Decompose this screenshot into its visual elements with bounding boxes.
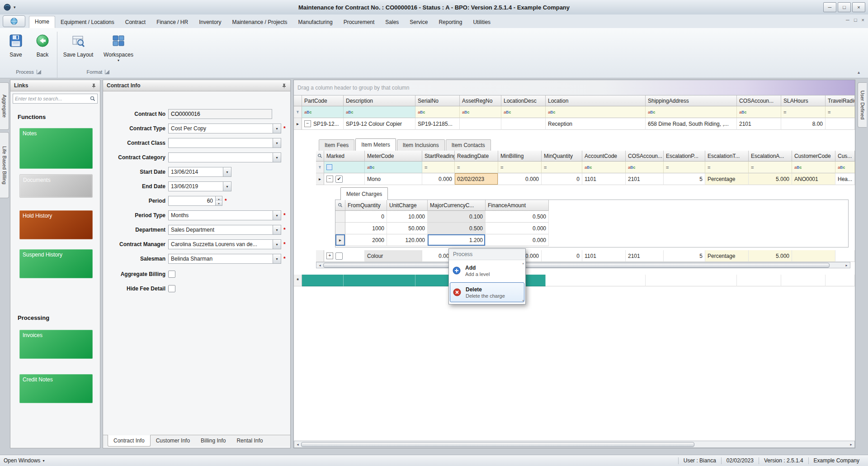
quick-access-caret-icon[interactable]: ▾ [14, 5, 16, 10]
cell-accountcode[interactable]: 1101 [582, 173, 626, 185]
group-by-bar[interactable]: Drag a column header to group by that co… [294, 80, 855, 95]
marked-checkbox[interactable]: ✔ [335, 176, 343, 183]
save-button[interactable]: Save [3, 30, 29, 71]
mdi-close-button[interactable]: × [862, 17, 864, 23]
cell-travelradius[interactable] [826, 275, 855, 286]
cell-marked[interactable]: + [324, 250, 365, 262]
filter-cell-cus[interactable]: aBc [835, 162, 855, 173]
column-header-minbilling[interactable]: MinBilling [498, 151, 542, 162]
contract-category-select[interactable]: ▾ [168, 152, 281, 162]
dropdown-arrow-icon[interactable]: ▾ [273, 138, 281, 147]
cell-partcode[interactable]: −SP19-12... [302, 118, 344, 130]
ribbon-tab-home[interactable]: Home [29, 16, 55, 28]
filter-cell-startreading[interactable]: = [422, 162, 455, 173]
tab-rental-info[interactable]: Rental Info [231, 435, 268, 447]
column-header-minquantity[interactable]: MinQuantity [542, 151, 582, 162]
main-horizontal-scrollbar[interactable]: ◂ ▸ [294, 441, 855, 448]
column-header-travelradius[interactable]: TravelRadiu... [826, 95, 855, 106]
ribbon-tab-sales[interactable]: Sales [380, 17, 404, 28]
documents-button[interactable]: Documents [19, 174, 93, 198]
collapse-row-icon[interactable]: − [326, 176, 333, 182]
notes-button[interactable]: Notes [19, 128, 93, 169]
column-header-cosaccount[interactable]: COSAccoun... [737, 95, 781, 106]
cell-cosaccount[interactable]: 2101 [626, 250, 664, 262]
cell-financeamount[interactable]: 0.000 [486, 223, 549, 234]
column-header-majorcurrency[interactable]: MajorCurrencyC... [428, 200, 486, 211]
cell-slahours[interactable] [781, 275, 826, 286]
cell-locationdesc[interactable] [501, 118, 546, 130]
dropdown-arrow-icon[interactable]: ▾ [223, 182, 231, 191]
filter-cell-partcode[interactable]: aBc [302, 106, 344, 118]
column-header-location[interactable]: Location [546, 95, 646, 106]
column-header-metercode[interactable]: MeterCode [365, 151, 422, 162]
column-header-readingdate[interactable]: ReadingDate [455, 151, 498, 162]
spin-up-icon[interactable]: ▴ [216, 196, 222, 201]
filter-cell-assetregno[interactable]: aBc [460, 106, 501, 118]
cell-shippingaddress[interactable] [646, 275, 737, 286]
cell-escalationa[interactable]: 5.000 [749, 250, 792, 262]
cell-majorcurrency[interactable]: 0.500 [428, 223, 486, 234]
side-tab-life-based-billing[interactable]: Life Based Billing [0, 132, 9, 198]
dropdown-arrow-icon[interactable]: ▾ [273, 211, 281, 220]
mdi-minimize-button[interactable]: ─ [846, 17, 849, 23]
scrollbar-thumb[interactable] [301, 442, 694, 447]
dialog-launcher-icon[interactable] [105, 70, 109, 74]
column-header-unitcharge[interactable]: UnitCharge [387, 200, 428, 211]
end-date-picker[interactable]: 13/06/2019 ▾ [168, 181, 231, 191]
suspend-history-button[interactable]: Suspend History [19, 249, 93, 278]
column-header-escalationt[interactable]: EscalationT... [705, 151, 749, 162]
column-header-cosaccount[interactable]: COSAccoun... [626, 151, 664, 162]
dropdown-arrow-icon[interactable]: ▾ [273, 124, 281, 133]
column-header-partcode[interactable]: PartCode [302, 95, 344, 106]
tab-billing-info[interactable]: Billing Info [195, 435, 231, 447]
filter-cell-metercode[interactable]: aBc [365, 162, 422, 173]
column-header-description[interactable]: Description [344, 95, 415, 106]
cell-escalationt[interactable]: Percentage [705, 250, 749, 262]
cell-escalationp[interactable]: 5 [664, 173, 705, 185]
cell-escalationt[interactable]: Percentage [705, 173, 749, 185]
ribbon-tab-reporting[interactable]: Reporting [433, 17, 467, 28]
filter-cell-cosaccount[interactable]: aBc [737, 106, 781, 118]
cell-shippingaddress[interactable]: 658 Dime Road, South Riding, ,... [646, 118, 737, 130]
column-chooser-cell[interactable] [335, 200, 345, 211]
tab-customer-info[interactable]: Customer Info [151, 435, 195, 447]
cell-majorcurrency[interactable]: 0.100 [428, 211, 486, 223]
pin-icon[interactable] [282, 83, 287, 88]
cell-travelradius[interactable] [826, 118, 855, 130]
application-menu-button[interactable] [3, 15, 25, 27]
contract-class-select[interactable]: ▾ [168, 138, 281, 148]
links-search-input[interactable] [13, 96, 90, 101]
dropdown-arrow-icon[interactable]: ▾ [273, 153, 281, 162]
cell-majorcurrency-focused[interactable]: 1.200 [428, 234, 486, 246]
filter-cell-escalationt[interactable]: = [705, 162, 749, 173]
cell-minquantity[interactable]: 0 [542, 250, 582, 262]
cell-fromquantity[interactable]: 2000 [345, 234, 387, 246]
column-header-startreading[interactable]: StartReading [422, 151, 455, 162]
cell-startreading[interactable]: 0.000 [422, 173, 455, 185]
filter-cell-locationdesc[interactable]: aBc [501, 106, 546, 118]
period-type-select[interactable]: Months ▾ [168, 210, 281, 220]
filter-cell-readingdate[interactable]: = [455, 162, 498, 173]
menu-scroll-down-icon[interactable]: ▾ [522, 299, 524, 303]
cell-customercode[interactable]: ANO0001 [792, 173, 835, 185]
cell-escalationp[interactable]: 5 [664, 250, 705, 262]
search-icon[interactable] [90, 96, 97, 101]
column-header-slahours[interactable]: SLAHours [781, 95, 826, 106]
pin-icon[interactable] [91, 83, 96, 88]
menu-item-delete[interactable]: Delete Delete the charge [450, 282, 524, 302]
tab-item-contacts[interactable]: Item Contacts [446, 139, 491, 151]
column-header-escalationp[interactable]: EscalationP... [664, 151, 705, 162]
dropdown-arrow-icon[interactable]: ▾ [273, 240, 281, 249]
cell-accountcode[interactable]: 1101 [582, 250, 626, 262]
department-select[interactable]: Sales Department ▾ [168, 225, 281, 235]
filter-cell-customercode[interactable]: aBc [792, 162, 835, 173]
cell-description[interactable] [344, 275, 415, 286]
column-header-marked[interactable]: Marked [324, 151, 365, 162]
scroll-right-icon[interactable]: ▸ [843, 263, 850, 267]
collapse-row-icon[interactable]: − [304, 120, 311, 127]
restore-button[interactable]: □ [838, 2, 851, 12]
close-button[interactable]: × [852, 2, 865, 12]
ribbon-tab-procurement[interactable]: Procurement [338, 17, 380, 28]
start-date-picker[interactable]: 13/06/2014 ▾ [168, 167, 231, 177]
tab-meter-charges[interactable]: Meter Charges [340, 187, 388, 200]
